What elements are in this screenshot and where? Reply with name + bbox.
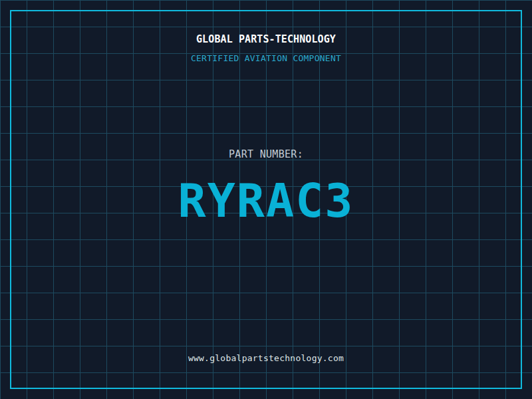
company-name: GLOBAL PARTS-TECHNOLOGY — [0, 33, 532, 46]
certification-tagline: CERTIFIED AVIATION COMPONENT — [0, 53, 532, 64]
part-number-label: PART NUMBER: — [0, 148, 532, 160]
website-url: www.globalpartstechnology.com — [0, 353, 532, 364]
component-label-screen: GLOBAL PARTS-TECHNOLOGY CERTIFIED AVIATI… — [0, 0, 532, 399]
part-number-value: RYRAC3 — [0, 178, 532, 224]
